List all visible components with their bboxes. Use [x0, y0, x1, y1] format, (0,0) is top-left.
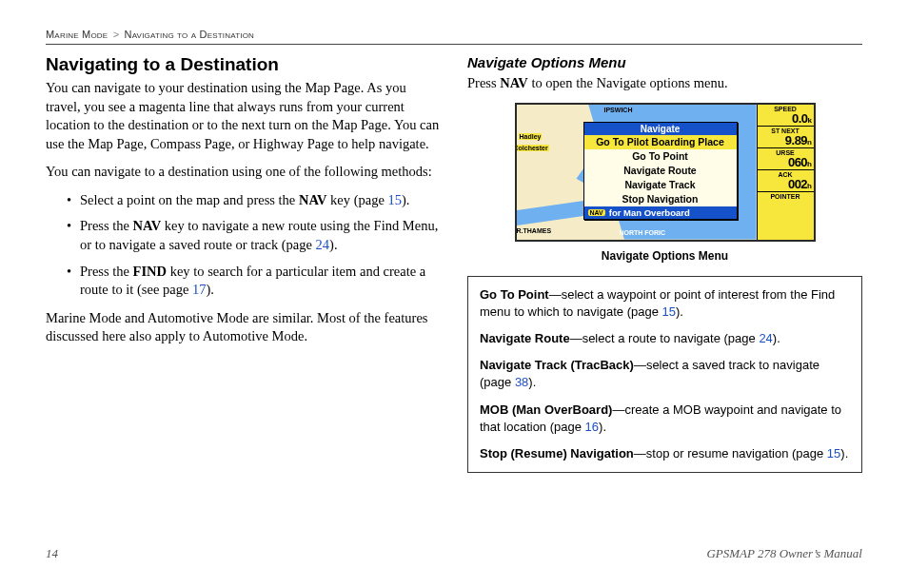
nav-key-label: NAV [133, 218, 162, 233]
map-label: Colchester [517, 145, 549, 151]
page-title: Navigating to a Destination [46, 54, 441, 75]
device-sidebar: SPEED0.0k ST NEXT9.89n URSE060h ACK002h … [757, 105, 814, 240]
device-menu-item: Navigate Track [584, 178, 737, 192]
page-ref-link[interactable]: 15 [388, 192, 403, 207]
device-menu-mob: NAV for Man Overboard [584, 206, 737, 219]
nav-key-label: NAV [500, 75, 528, 90]
list-item: Select a point on the map and press the … [67, 191, 441, 210]
figure-caption: Navigate Options Menu [467, 249, 862, 263]
option-name: Navigate Track (TracBack) [480, 358, 634, 372]
device-menu-item: Navigate Route [584, 164, 737, 178]
breadcrumb-sep: > [113, 29, 120, 40]
section-intro: Press NAV to open the Navigate options m… [467, 74, 862, 93]
page-footer: 14 GPSMAP 278 Owner’s Manual [46, 546, 862, 561]
page-ref-link[interactable]: 24 [316, 237, 330, 252]
options-infobox: Go To Point—select a waypoint or point o… [467, 276, 862, 474]
device-menu-title: Navigate [584, 123, 737, 135]
map-label: NORTH FORIC [620, 229, 666, 236]
intro-para-2: You can navigate to a destination using … [46, 163, 441, 182]
page-number: 14 [46, 546, 58, 561]
page-ref-link[interactable]: 15 [662, 304, 676, 319]
map-label: Hadley [519, 133, 543, 140]
device-screenshot: IPSWICH Hadley Colchester R.THAMES NORTH… [467, 103, 862, 245]
find-key-label: FIND [133, 264, 167, 279]
list-item: Press the NAV key to navigate a new rout… [67, 217, 441, 254]
option-name: Navigate Route [480, 331, 570, 345]
page-ref-link[interactable]: 16 [585, 420, 599, 434]
map-label: IPSWICH [604, 107, 633, 113]
page-ref-link[interactable]: 38 [515, 375, 528, 389]
device-menu-item: Stop Navigation [584, 192, 737, 206]
option-name: Stop (Resume) Navigation [480, 446, 634, 461]
list-item: Press the FIND key to search for a parti… [67, 263, 441, 300]
right-column: Navigate Options Menu Press NAV to open … [467, 54, 862, 473]
intro-para-1: You can navigate to your destination usi… [46, 79, 441, 153]
breadcrumb-b: Navigating to a Destination [125, 29, 255, 40]
page-ref-link[interactable]: 17 [192, 282, 207, 297]
option-name: MOB (Man OverBoard) [480, 402, 612, 417]
breadcrumb-a: Marine Mode [46, 29, 108, 40]
left-column: Navigating to a Destination You can navi… [46, 54, 441, 473]
page-ref-link[interactable]: 24 [759, 331, 772, 345]
mode-note: Marine Mode and Automotive Mode are simi… [46, 309, 441, 346]
option-name: Go To Point [480, 287, 549, 302]
device-menu-item: Go To Pilot Boarding Place [584, 135, 737, 149]
page-ref-link[interactable]: 15 [827, 446, 840, 461]
nav-key-label: NAV [299, 192, 327, 207]
nav-badge-icon: NAV [588, 209, 605, 216]
map-label: R.THAMES [517, 227, 552, 234]
methods-list: Select a point on the map and press the … [46, 191, 441, 300]
doc-title: GPSMAP 278 Owner’s Manual [706, 546, 862, 561]
breadcrumb: Marine Mode > Navigating to a Destinatio… [46, 29, 862, 40]
device-menu: Navigate Go To Pilot Boarding Place Go T… [583, 122, 738, 221]
device-menu-item: Go To Point [584, 149, 737, 164]
section-title: Navigate Options Menu [467, 54, 862, 70]
divider [46, 44, 862, 45]
